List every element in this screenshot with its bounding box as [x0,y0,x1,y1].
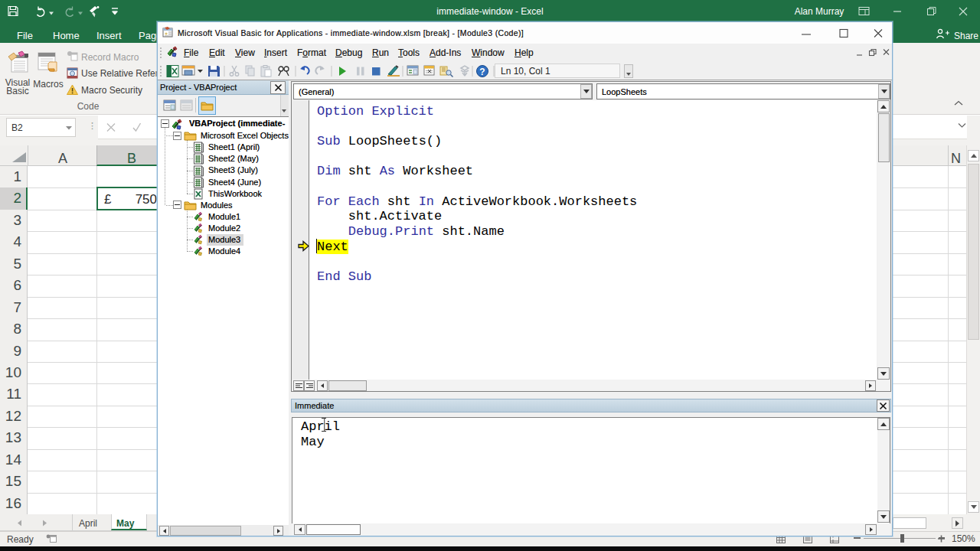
svg-text:?: ? [479,67,485,77]
